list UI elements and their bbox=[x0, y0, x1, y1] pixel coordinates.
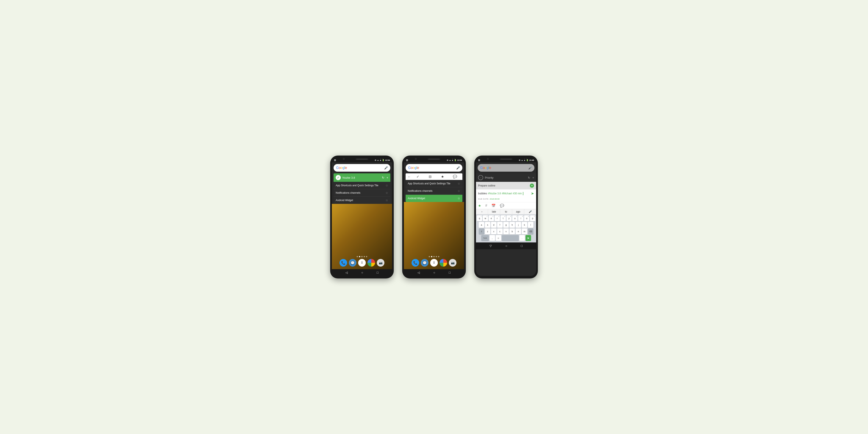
key-t[interactable]: t5 bbox=[500, 215, 506, 221]
key-period[interactable]: . bbox=[519, 235, 525, 241]
add-icon[interactable]: + bbox=[386, 176, 388, 179]
item-3-star[interactable]: ☆ bbox=[385, 198, 388, 202]
suggestion-mic[interactable]: 🎤 bbox=[524, 209, 536, 214]
key-s[interactable]: s bbox=[485, 222, 490, 228]
dock2-camera-icon[interactable]: 📷 bbox=[449, 259, 457, 267]
suggestion-ago[interactable]: ago bbox=[512, 209, 524, 214]
key-z[interactable]: z bbox=[485, 228, 490, 235]
key-l[interactable]: l bbox=[528, 222, 533, 228]
key-comma[interactable]: , bbox=[490, 235, 495, 241]
quick-star-icon[interactable]: ★ bbox=[478, 204, 481, 208]
key-m[interactable]: m bbox=[522, 228, 527, 235]
key-g[interactable]: g bbox=[503, 222, 509, 228]
key-emoji[interactable]: ☺ bbox=[496, 235, 501, 241]
quick-calendar-icon[interactable]: 📅 bbox=[491, 204, 496, 208]
key-p[interactable]: p0 bbox=[530, 215, 535, 221]
key-h[interactable]: h bbox=[509, 222, 515, 228]
home-button-2[interactable]: ○ bbox=[433, 271, 435, 274]
dropdown-item-2[interactable]: Notifications channels ☆ bbox=[334, 189, 390, 197]
phone2-item-3-star[interactable]: ☆ bbox=[458, 197, 460, 200]
phone-1-google-bar[interactable]: Google 🎤 bbox=[334, 164, 390, 172]
quick-chat-icon[interactable]: 💬 bbox=[500, 204, 504, 208]
dock-sms-icon[interactable]: 💬 bbox=[349, 259, 356, 267]
item-1-star[interactable]: ☆ bbox=[385, 184, 388, 187]
phone2-dropdown-item-3-active[interactable]: Android Widget ☆ bbox=[406, 195, 462, 202]
send-button[interactable]: ➤ bbox=[531, 191, 534, 196]
phone2-dropdown-item-1[interactable]: App Shortcuts and Quick Settings Tile ☆ bbox=[406, 180, 462, 187]
prepare-text: Prepare outline bbox=[478, 184, 495, 187]
dot2-2-active bbox=[431, 256, 432, 257]
status-time: 13:54 bbox=[385, 159, 390, 161]
key-b[interactable]: b bbox=[509, 228, 515, 235]
recents-button-3[interactable]: □ bbox=[521, 244, 523, 248]
image-icon-2: 🖼 bbox=[406, 159, 408, 161]
dock-apps-icon[interactable]: ⠿ bbox=[358, 259, 366, 267]
back-button-2[interactable]: ◁ bbox=[417, 271, 420, 274]
key-v[interactable]: v bbox=[503, 228, 509, 235]
toolbar-star-icon[interactable]: ★ bbox=[437, 175, 448, 179]
phone2-item-1-star[interactable]: ☆ bbox=[458, 182, 460, 185]
phone2-dropdown-item-2[interactable]: Notifications channels ☆ bbox=[406, 187, 462, 195]
key-space[interactable] bbox=[502, 235, 519, 241]
refresh-icon[interactable]: ↻ bbox=[382, 176, 384, 179]
dropdown-item-1[interactable]: App Shortcuts and Quick Settings Tile ☆ bbox=[334, 182, 390, 189]
item-2-star[interactable]: ☆ bbox=[385, 191, 388, 194]
key-e[interactable]: e3 bbox=[489, 215, 494, 221]
dropdown-item-3[interactable]: Android Widget ☆ bbox=[334, 197, 390, 204]
key-x[interactable]: x bbox=[491, 228, 497, 235]
dock2-chrome-icon[interactable] bbox=[439, 259, 447, 267]
mic-icon-3[interactable]: 🎤 bbox=[528, 166, 532, 169]
dock-phone-icon[interactable]: 📞 bbox=[340, 259, 347, 267]
home-button[interactable]: ○ bbox=[361, 271, 363, 274]
key-c[interactable]: c bbox=[497, 228, 503, 235]
suggestion-chevron[interactable]: › bbox=[476, 209, 488, 214]
recents-button[interactable]: □ bbox=[377, 271, 378, 274]
key-n[interactable]: n bbox=[516, 228, 521, 235]
key-o[interactable]: o9 bbox=[524, 215, 529, 221]
phone-2-camera bbox=[415, 158, 416, 160]
toolbar-list-icon[interactable]: ⊟ bbox=[425, 175, 436, 179]
home-button-3[interactable]: ○ bbox=[505, 244, 507, 248]
key-k[interactable]: k bbox=[522, 222, 527, 228]
dock2-phone-icon[interactable]: 📞 bbox=[411, 259, 419, 267]
key-u[interactable]: u7 bbox=[512, 215, 518, 221]
key-shift[interactable]: ⇧ bbox=[479, 228, 484, 235]
toolbar-check-icon[interactable]: ✓ bbox=[412, 175, 423, 179]
dock2-apps-icon[interactable]: ⠿ bbox=[430, 259, 438, 267]
keyboard: q1 w2 e3 r4 t5 y6 u7 i8 o9 p0 a s d f g … bbox=[476, 214, 536, 242]
mic-icon-2[interactable]: 🎤 bbox=[456, 166, 460, 169]
key-r[interactable]: r4 bbox=[495, 215, 500, 221]
key-symbols[interactable]: ?123 bbox=[481, 235, 489, 241]
key-i[interactable]: i8 bbox=[518, 215, 523, 221]
key-w[interactable]: w2 bbox=[483, 215, 488, 221]
phone-1-speaker bbox=[356, 158, 367, 160]
phone-1-screen: 🖼 ⊖ ▲ ▲ 🔋 13:54 Google 🎤 ✓ Nozbe bbox=[332, 158, 392, 276]
key-backspace[interactable]: ⌫ bbox=[528, 228, 533, 235]
key-q[interactable]: q1 bbox=[477, 215, 482, 221]
suggestion-to[interactable]: to bbox=[500, 209, 512, 214]
key-a[interactable]: a bbox=[479, 222, 484, 228]
dock2-sms-icon[interactable]: 💬 bbox=[421, 259, 429, 267]
phone2-item-2-star[interactable]: ☆ bbox=[458, 189, 460, 193]
key-j[interactable]: j bbox=[516, 222, 521, 228]
phone-2-google-bar[interactable]: Google 🎤 bbox=[406, 164, 462, 172]
priority-refresh-icon[interactable]: ↻ bbox=[528, 176, 530, 179]
key-y[interactable]: y6 bbox=[506, 215, 512, 221]
key-f[interactable]: f bbox=[497, 222, 503, 228]
mic-icon[interactable]: 🎤 bbox=[384, 166, 388, 169]
priority-icons: ↻ + bbox=[528, 176, 534, 179]
dock-chrome-icon[interactable] bbox=[368, 259, 375, 267]
priority-add-icon[interactable]: + bbox=[532, 176, 534, 179]
prepare-plus-button[interactable]: + bbox=[530, 184, 534, 188]
back-button-3[interactable]: ▽ bbox=[490, 244, 492, 248]
key-d[interactable]: d bbox=[491, 222, 497, 228]
suggestion-late[interactable]: late bbox=[488, 209, 500, 214]
back-button[interactable]: ◁ bbox=[345, 271, 348, 274]
key-send[interactable]: ➤ bbox=[526, 235, 531, 241]
phone-3-google-bar[interactable]: Google 🎤 bbox=[478, 164, 534, 172]
quick-hash-icon[interactable]: # bbox=[485, 204, 487, 208]
recents-button-2[interactable]: □ bbox=[449, 271, 451, 274]
toolbar-back-icon[interactable]: ← bbox=[408, 175, 411, 179]
dock-camera-icon[interactable]: 📷 bbox=[377, 259, 384, 267]
toolbar-chat-icon[interactable]: 💬 bbox=[450, 175, 461, 179]
